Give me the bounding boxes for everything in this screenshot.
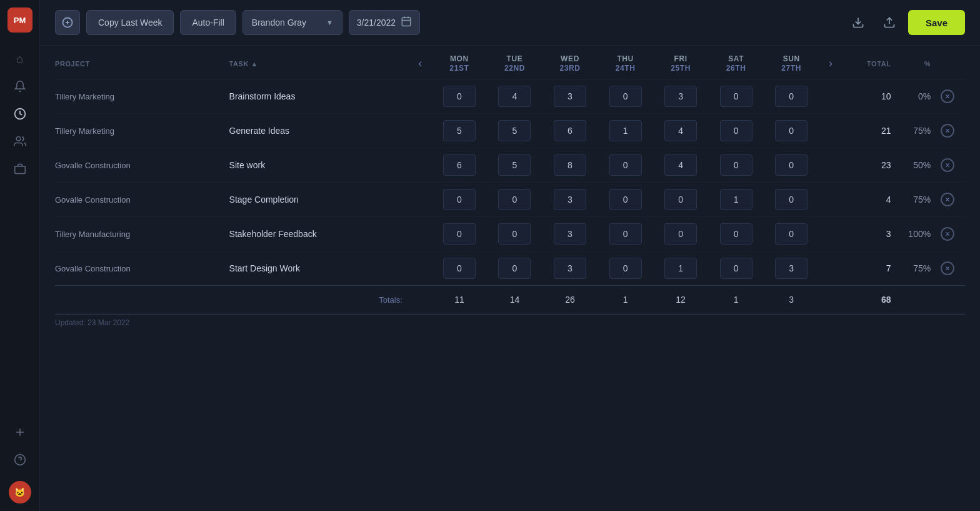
day-input-field-r2-d5[interactable] xyxy=(720,154,752,176)
delete-button-4[interactable]: × xyxy=(941,227,954,241)
day-input-r0-d1[interactable] xyxy=(487,79,542,114)
day-input-field-r3-d3[interactable] xyxy=(609,189,642,210)
day-input-r1-d6[interactable] xyxy=(764,114,819,148)
sidebar-item-help[interactable] xyxy=(9,448,31,471)
day-input-field-r4-d3[interactable] xyxy=(609,223,642,245)
copy-last-week-button[interactable]: Copy Last Week xyxy=(86,10,174,35)
app-logo[interactable]: PM xyxy=(8,8,32,33)
next-arrow-icon[interactable]: › xyxy=(826,54,835,73)
day-input-r3-d5[interactable] xyxy=(708,183,764,217)
sidebar-item-home[interactable]: ⌂ xyxy=(9,48,31,70)
day-input-r3-d6[interactable] xyxy=(764,183,819,217)
day-input-field-r5-d0[interactable] xyxy=(443,258,476,279)
day-input-field-r5-d2[interactable] xyxy=(554,258,586,279)
day-input-r2-d1[interactable] xyxy=(487,148,542,183)
day-input-field-r3-d1[interactable] xyxy=(498,189,531,210)
day-input-r5-d5[interactable] xyxy=(708,251,764,286)
day-input-field-r5-d4[interactable] xyxy=(664,258,697,279)
day-input-r2-d0[interactable] xyxy=(432,148,488,183)
day-input-field-r4-d2[interactable] xyxy=(554,223,586,245)
day-input-field-r4-d4[interactable] xyxy=(664,223,697,245)
day-input-r1-d5[interactable] xyxy=(708,114,764,148)
day-input-field-r0-d2[interactable] xyxy=(554,86,586,107)
upload-button[interactable] xyxy=(877,10,902,35)
day-input-r2-d5[interactable] xyxy=(708,148,764,183)
day-input-r3-d4[interactable] xyxy=(653,183,709,217)
prev-week-button[interactable]: ‹ xyxy=(409,46,432,79)
day-input-r0-d5[interactable] xyxy=(708,79,764,114)
day-input-field-r3-d4[interactable] xyxy=(664,189,697,210)
day-input-field-r2-d4[interactable] xyxy=(664,154,697,176)
day-input-r4-d1[interactable] xyxy=(487,217,542,251)
day-input-field-r1-d0[interactable] xyxy=(443,120,476,141)
day-input-r0-d0[interactable] xyxy=(432,79,488,114)
day-input-field-r0-d0[interactable] xyxy=(443,86,476,107)
day-input-r2-d6[interactable] xyxy=(764,148,819,183)
day-input-field-r2-d6[interactable] xyxy=(775,154,808,176)
day-input-r1-d4[interactable] xyxy=(653,114,709,148)
day-input-r0-d6[interactable] xyxy=(764,79,819,114)
day-input-field-r2-d2[interactable] xyxy=(554,154,586,176)
day-input-field-r3-d2[interactable] xyxy=(554,189,586,210)
day-input-field-r1-d4[interactable] xyxy=(664,120,697,141)
day-input-r4-d2[interactable] xyxy=(542,217,598,251)
day-input-field-r5-d6[interactable] xyxy=(775,258,808,279)
day-input-r4-d3[interactable] xyxy=(598,217,653,251)
day-input-field-r2-d0[interactable] xyxy=(443,154,476,176)
day-input-field-r5-d3[interactable] xyxy=(609,258,642,279)
delete-button-2[interactable]: × xyxy=(941,158,954,172)
sidebar-item-projects[interactable] xyxy=(9,158,31,180)
day-input-field-r1-d3[interactable] xyxy=(609,120,642,141)
day-input-r2-d4[interactable] xyxy=(653,148,709,183)
day-input-r3-d3[interactable] xyxy=(598,183,653,217)
day-input-r5-d3[interactable] xyxy=(598,251,653,286)
day-input-field-r1-d1[interactable] xyxy=(498,120,531,141)
add-entry-button[interactable] xyxy=(55,10,80,35)
next-week-button[interactable]: › xyxy=(819,46,842,79)
day-input-r3-d1[interactable] xyxy=(487,183,542,217)
sidebar-item-users[interactable] xyxy=(9,130,31,153)
day-input-r1-d1[interactable] xyxy=(487,114,542,148)
sidebar-item-timesheet[interactable] xyxy=(9,103,31,125)
day-input-r1-d2[interactable] xyxy=(542,114,598,148)
delete-button-0[interactable]: × xyxy=(941,89,954,103)
day-input-field-r2-d1[interactable] xyxy=(498,154,531,176)
day-input-r5-d1[interactable] xyxy=(487,251,542,286)
day-input-field-r0-d3[interactable] xyxy=(609,86,642,107)
day-input-r5-d4[interactable] xyxy=(653,251,709,286)
day-input-field-r1-d6[interactable] xyxy=(775,120,808,141)
day-input-r4-d4[interactable] xyxy=(653,217,709,251)
day-input-r5-d0[interactable] xyxy=(432,251,488,286)
save-button[interactable]: Save xyxy=(908,10,965,35)
day-input-field-r4-d1[interactable] xyxy=(498,223,531,245)
prev-arrow-icon[interactable]: ‹ xyxy=(416,54,424,73)
user-avatar[interactable]: 🐱 xyxy=(9,481,31,503)
day-input-field-r1-d2[interactable] xyxy=(554,120,586,141)
day-input-r2-d2[interactable] xyxy=(542,148,598,183)
day-input-r5-d2[interactable] xyxy=(542,251,598,286)
day-input-r4-d6[interactable] xyxy=(764,217,819,251)
day-input-r0-d4[interactable] xyxy=(653,79,709,114)
day-input-field-r0-d1[interactable] xyxy=(498,86,531,107)
day-input-field-r0-d5[interactable] xyxy=(720,86,752,107)
day-input-field-r4-d5[interactable] xyxy=(720,223,752,245)
sidebar-item-notifications[interactable] xyxy=(9,75,31,98)
sidebar-item-add[interactable] xyxy=(9,421,31,443)
day-input-field-r5-d1[interactable] xyxy=(498,258,531,279)
day-input-field-r5-d5[interactable] xyxy=(720,258,752,279)
day-input-r3-d0[interactable] xyxy=(432,183,488,217)
delete-button-3[interactable]: × xyxy=(941,193,954,206)
day-input-r0-d3[interactable] xyxy=(598,79,653,114)
day-input-field-r3-d5[interactable] xyxy=(720,189,752,210)
download-button[interactable] xyxy=(846,10,871,35)
day-input-r4-d5[interactable] xyxy=(708,217,764,251)
day-input-field-r0-d6[interactable] xyxy=(775,86,808,107)
delete-button-5[interactable]: × xyxy=(941,261,954,275)
day-input-field-r3-d6[interactable] xyxy=(775,189,808,210)
day-input-r5-d6[interactable] xyxy=(764,251,819,286)
day-input-field-r1-d5[interactable] xyxy=(720,120,752,141)
day-input-r3-d2[interactable] xyxy=(542,183,598,217)
day-input-field-r0-d4[interactable] xyxy=(664,86,697,107)
day-input-r1-d0[interactable] xyxy=(432,114,488,148)
day-input-r4-d0[interactable] xyxy=(432,217,488,251)
